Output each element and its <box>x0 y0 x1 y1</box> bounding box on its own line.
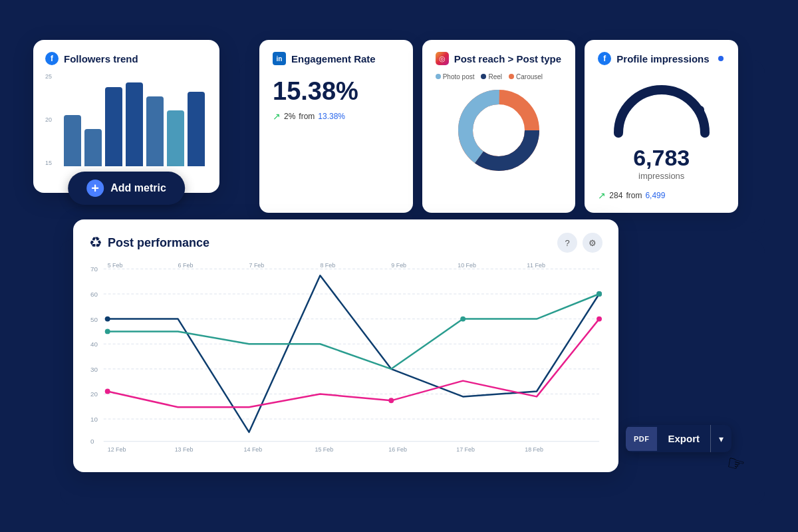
help-button[interactable]: ? <box>557 233 577 253</box>
live-dot <box>718 56 724 61</box>
chevron-down-icon[interactable]: ▾ <box>711 426 732 452</box>
impressions-change: ↗ 284 from 6,499 <box>598 190 725 201</box>
line-chart-svg: 70 60 50 40 30 20 10 0 5 Feb 6 Feb <box>89 258 602 458</box>
post-reach-title: Post reach > Post type <box>454 53 561 65</box>
post-reach-header: ◎ Post reach > Post type <box>436 52 563 65</box>
bar-4 <box>126 82 143 166</box>
pdf-label: PDF <box>626 427 658 451</box>
line-chart: 70 60 50 40 30 20 10 0 5 Feb 6 Feb <box>89 258 602 458</box>
export-label: Export <box>657 425 710 452</box>
svg-text:50: 50 <box>90 316 98 323</box>
linkedin-icon: in <box>273 52 286 65</box>
bars-container <box>64 73 205 166</box>
engagement-header: in Engagement Rate <box>273 52 400 65</box>
perf-header: ♻ Post performance ? ⚙ <box>89 233 602 253</box>
perf-actions: ? ⚙ <box>557 233 602 253</box>
impressions-title: Profile impressions <box>616 53 709 65</box>
impressions-from: 6,499 <box>645 191 665 200</box>
engagement-value: 15.38% <box>273 77 400 106</box>
dot-teal-2 <box>460 317 466 322</box>
engagement-title: Engagement Rate <box>291 53 376 65</box>
svg-text:10 Feb: 10 Feb <box>458 262 476 269</box>
post-performance-card: ♻ Post performance ? ⚙ 70 60 50 40 30 20… <box>73 219 618 472</box>
instagram-icon: ◎ <box>436 52 449 65</box>
svg-text:9 Feb: 9 Feb <box>391 262 406 269</box>
facebook-icon: f <box>45 52 59 65</box>
from-value: 13.38% <box>318 112 345 121</box>
perf-title: Post performance <box>108 236 209 250</box>
svg-point-3 <box>473 105 524 156</box>
fb-icon-impressions: f <box>598 52 611 65</box>
up-arrow-icon: ↗ <box>273 111 281 122</box>
gauge-chart: 6,783 impressions <box>598 73 725 185</box>
donut-chart <box>436 87 563 174</box>
export-button[interactable]: PDF Export ▾ <box>626 425 732 452</box>
gauge-svg <box>608 73 715 140</box>
engagement-change: ↗ 2% from 13.38% <box>273 111 400 122</box>
post-reach-card: ◎ Post reach > Post type Photo post Reel… <box>422 40 576 213</box>
impressions-change-val: 284 <box>609 191 622 200</box>
bar-3 <box>105 87 122 166</box>
top-metrics-row: in Engagement Rate 15.38% ↗ 2% from 13.3… <box>259 40 738 213</box>
line-dark-blue <box>108 275 599 432</box>
add-metric-label: Add metric <box>110 182 166 194</box>
svg-text:5 Feb: 5 Feb <box>108 262 123 269</box>
from-label: from <box>299 112 315 121</box>
svg-text:60: 60 <box>90 291 98 298</box>
followers-bar-chart: 25 20 15 <box>45 73 207 166</box>
svg-text:17 Feb: 17 Feb <box>456 446 475 453</box>
legend-photo: Photo post <box>436 73 475 80</box>
svg-text:11 Feb: 11 Feb <box>527 262 545 269</box>
followers-title: Followers trend <box>64 53 138 65</box>
svg-text:20: 20 <box>90 390 98 398</box>
plus-icon: + <box>86 180 104 197</box>
svg-text:18 Feb: 18 Feb <box>525 446 543 453</box>
donut-legend: Photo post Reel Carousel <box>436 73 563 80</box>
impressions-unit: impressions <box>638 171 684 181</box>
bar-6 <box>167 110 184 166</box>
svg-text:70: 70 <box>90 265 98 273</box>
donut-svg <box>456 87 542 174</box>
perf-title-group: ♻ Post performance <box>89 234 209 251</box>
legend-reel: Reel <box>481 73 502 80</box>
legend-carousel: Carousel <box>509 73 543 80</box>
y-axis-labels: 25 20 15 <box>45 73 52 166</box>
bar-2 <box>84 129 102 166</box>
settings-button[interactable]: ⚙ <box>583 233 602 253</box>
bar-1 <box>64 115 81 166</box>
change-pct: 2% <box>284 112 295 121</box>
line-teal <box>108 294 599 369</box>
svg-text:14 Feb: 14 Feb <box>244 446 263 453</box>
bar-5 <box>146 96 164 166</box>
svg-text:16 Feb: 16 Feb <box>388 446 407 453</box>
profile-impressions-card: f Profile impressions 6,783 impressions … <box>585 40 738 213</box>
svg-text:30: 30 <box>90 366 98 373</box>
dot-1 <box>105 317 110 322</box>
svg-text:7 Feb: 7 Feb <box>249 262 265 269</box>
followers-card: f Followers trend 25 20 15 + Add metric <box>33 40 219 193</box>
perf-icon: ♻ <box>89 234 102 251</box>
svg-text:8 Feb: 8 Feb <box>320 262 335 269</box>
impressions-up-icon: ↗ <box>598 190 606 201</box>
followers-header: f Followers trend <box>45 52 207 65</box>
svg-text:40: 40 <box>90 340 98 348</box>
svg-text:0: 0 <box>90 438 94 445</box>
dot-teal-1 <box>105 329 110 334</box>
impressions-header: f Profile impressions <box>598 52 725 65</box>
svg-text:15 Feb: 15 Feb <box>315 446 333 453</box>
engagement-rate-card: in Engagement Rate 15.38% ↗ 2% from 13.3… <box>259 40 413 213</box>
svg-text:12 Feb: 12 Feb <box>108 446 126 453</box>
dot-pink-3 <box>597 317 602 322</box>
svg-text:10: 10 <box>90 416 98 423</box>
svg-point-4 <box>696 106 704 114</box>
dot-pink-2 <box>388 398 394 403</box>
svg-text:13 Feb: 13 Feb <box>175 446 194 453</box>
impressions-value: 6,783 <box>633 145 690 171</box>
bar-7 <box>188 92 205 166</box>
svg-text:6 Feb: 6 Feb <box>178 262 194 269</box>
dot-pink-1 <box>105 389 110 394</box>
dot-teal-3 <box>597 291 602 297</box>
add-metric-button[interactable]: + Add metric <box>68 172 185 205</box>
